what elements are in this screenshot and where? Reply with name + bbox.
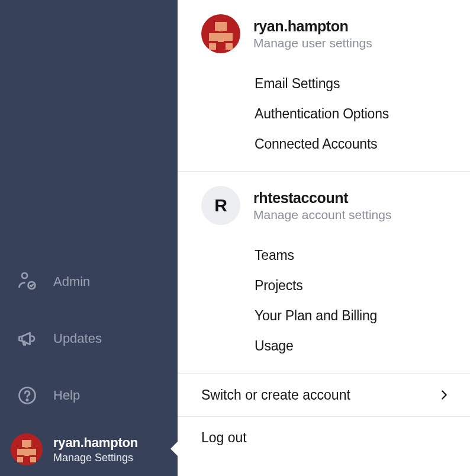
link-plan-billing[interactable]: Your Plan and Billing [178,301,470,331]
link-authentication-options[interactable]: Authentication Options [178,99,470,129]
logout-label: Log out [201,430,247,446]
user-links: Email Settings Authentication Options Co… [178,69,470,159]
switch-account-row[interactable]: Switch or create account [178,374,470,417]
account-avatar: R [201,186,240,225]
link-projects[interactable]: Projects [178,271,470,301]
svg-rect-8 [24,452,29,456]
link-email-settings[interactable]: Email Settings [178,69,470,99]
sidebar-profile[interactable]: ryan.hampton Manage Settings [0,424,178,476]
sidebar-item-admin[interactable]: Admin [0,253,178,310]
user-name: ryan.hampton [253,18,372,35]
svg-rect-9 [17,457,23,462]
sidebar-item-label: Help [53,388,80,403]
link-connected-accounts[interactable]: Connected Accounts [178,129,470,159]
switch-account-label: Switch or create account [201,387,350,403]
sidebar-item-help[interactable]: Help [0,367,178,424]
account-section-header[interactable]: R rhtestaccount Manage account settings [178,182,470,229]
account-links: Teams Projects Your Plan and Billing Usa… [178,240,470,361]
megaphone-icon [15,327,39,350]
svg-rect-17 [226,43,233,50]
help-icon [15,384,39,407]
link-teams[interactable]: Teams [178,240,470,271]
user-header-text: ryan.hampton Manage user settings [253,18,372,50]
logout-row[interactable]: Log out [178,417,470,459]
sidebar-nav: Admin Updates [0,253,178,424]
flyout-pointer [170,440,179,457]
svg-rect-16 [209,43,216,50]
sidebar: Admin Updates [0,0,178,476]
account-section: R rhtestaccount Manage account settings … [178,172,470,374]
sidebar-item-updates[interactable]: Updates [0,310,178,367]
account-subtitle: Manage account settings [253,208,391,222]
svg-rect-10 [30,457,36,462]
user-section: ryan.hampton Manage user settings Email … [178,0,470,172]
svg-rect-13 [219,27,223,31]
profile-subtitle: Manage Settings [53,452,138,464]
account-name: rhtestaccount [253,189,391,207]
svg-point-0 [22,273,27,278]
link-usage[interactable]: Usage [178,331,470,361]
account-avatar-initial: R [214,195,227,216]
avatar [201,14,240,53]
sidebar-profile-text: ryan.hampton Manage Settings [53,435,138,464]
chevron-right-icon [436,387,452,403]
sidebar-item-label: Admin [53,274,90,290]
user-section-header[interactable]: ryan.hampton Manage user settings [178,11,470,57]
svg-rect-6 [25,444,28,448]
admin-icon [15,270,39,294]
avatar [11,433,43,465]
user-menu-flyout: ryan.hampton Manage user settings Email … [178,0,470,476]
svg-point-3 [27,399,28,400]
user-subtitle: Manage user settings [253,36,372,50]
profile-name: ryan.hampton [53,435,138,451]
svg-rect-15 [218,38,224,42]
sidebar-item-label: Updates [53,331,102,346]
account-header-text: rhtestaccount Manage account settings [253,189,391,222]
